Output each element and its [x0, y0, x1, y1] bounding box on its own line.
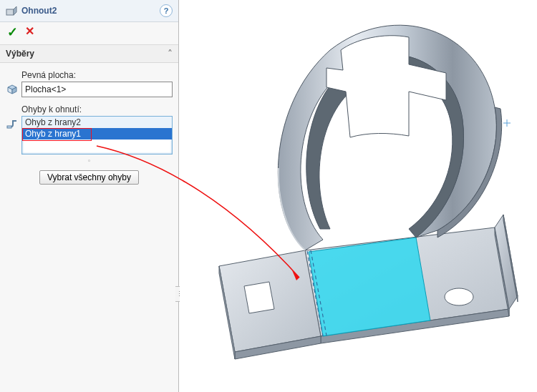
bend-select-icon [6, 116, 19, 129]
feature-title: Ohnout2 [21, 6, 160, 16]
ok-button[interactable]: ✓ [7, 26, 18, 39]
svg-point-2 [445, 288, 473, 305]
collapse-icon[interactable]: ˄ [168, 48, 173, 59]
section-title: Výběry [6, 49, 34, 59]
graphics-viewport[interactable] [180, 0, 537, 392]
list-pin-handle[interactable]: ◦ [6, 155, 173, 166]
bend-list-item[interactable]: Ohyb z hrany2 [22, 117, 172, 128]
fixed-face-row: Plocha<1> [6, 82, 173, 97]
titlebar: Ohnout2 ? [0, 0, 178, 22]
face-select-icon [6, 82, 19, 95]
help-button[interactable]: ? [160, 4, 173, 17]
bends-listbox[interactable]: Ohyb z hrany2Ohyb z hrany1 [21, 116, 173, 155]
fixed-face-input[interactable]: Plocha<1> [21, 82, 173, 97]
section-header[interactable]: Výběry ˄ [0, 44, 178, 63]
section-body: Pevná plocha: Plocha<1> Ohyby k ohnutí: … [0, 63, 178, 192]
property-panel: Ohnout2 ? ✓ ✕ Výběry ˄ Pevná plocha: Plo… [0, 0, 179, 392]
confirm-row: ✓ ✕ [0, 22, 178, 44]
model-render [180, 0, 537, 392]
bend-list-item[interactable]: Ohyb z hrany1 [22, 128, 172, 139]
fold-feature-icon [6, 5, 17, 16]
svg-rect-0 [6, 9, 14, 15]
bends-row: Ohyb z hrany2Ohyb z hrany1 [6, 116, 173, 155]
fixed-face-label: Pevná plocha: [21, 70, 173, 80]
select-all-bends-button[interactable]: Vybrat všechny ohyby [39, 170, 139, 185]
bends-label: Ohyby k ohnutí: [21, 104, 173, 114]
svg-rect-1 [7, 126, 11, 128]
cancel-button[interactable]: ✕ [25, 26, 34, 39]
